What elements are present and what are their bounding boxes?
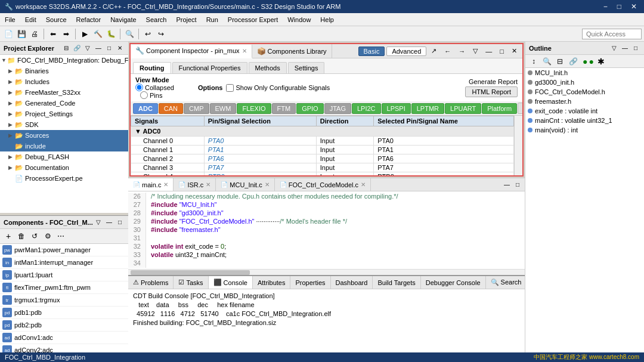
collapsed-radio[interactable] (135, 83, 143, 91)
collapse-all-button[interactable]: ⊟ (61, 44, 71, 53)
sig-tab-can[interactable]: CAN (159, 103, 183, 114)
pin-ch3[interactable]: PTA7 (204, 163, 316, 172)
outline-min[interactable]: — (620, 44, 630, 53)
outline-main-func[interactable]: main(void) : int (525, 125, 644, 135)
toolbar-print[interactable]: 🖨 (29, 28, 41, 40)
outline-maincnt[interactable]: mainCnt : volatile uint32_1 (525, 116, 644, 125)
comp-view-menu[interactable]: ▽ (94, 218, 103, 227)
comp-adconv2[interactable]: ad adConv2:adc (0, 344, 128, 352)
ci-lib-tab[interactable]: 📦 Components Library (252, 44, 332, 58)
ci-advanced-button[interactable]: Advanced (386, 47, 426, 56)
show-only-checkbox[interactable] (226, 84, 234, 92)
toolbar-undo[interactable]: ↩ (142, 28, 154, 40)
menu-run[interactable]: Run (202, 15, 223, 24)
comp-more-button[interactable]: ⋯ (55, 230, 67, 242)
toolbar-build[interactable]: 🔨 (92, 28, 104, 40)
comp-flextimer[interactable]: fl flexTimer_pwm1:ftm_pwm (0, 281, 128, 294)
toolbar-forward[interactable]: ➡ (60, 28, 72, 40)
editor-max[interactable]: □ (513, 180, 522, 190)
menu-processor-expert[interactable]: Processor Expert (223, 15, 283, 24)
console-tab-search[interactable]: 🔍 Search (486, 276, 525, 289)
tree-sdk[interactable]: ▶ 📂 SDK (0, 119, 128, 130)
sub-tab-routing[interactable]: Routing (133, 62, 171, 73)
console-tab-debugger-console[interactable]: Debugger Console (421, 276, 486, 289)
editor-tab-mcuinitc[interactable]: 📄 MCU_Init.c ✕ (216, 178, 274, 191)
comp-pwrman[interactable]: pw pwrMan1:power_manager (0, 244, 128, 256)
toolbar-back[interactable]: ⬅ (47, 28, 59, 40)
pe-close-button[interactable]: ✕ (115, 44, 125, 53)
sig-tab-adc[interactable]: ADC (133, 103, 158, 114)
codemodel-close[interactable]: ✕ (361, 181, 366, 188)
ci-tab-close[interactable]: ✕ (242, 48, 247, 54)
sig-tab-cmp[interactable]: CMP (184, 103, 209, 114)
tree-generated-code[interactable]: ▶ 📂 Generated_Code (0, 98, 128, 109)
tree-debug-flash[interactable]: ▶ 📂 Debug_FLASH (0, 151, 128, 162)
isrc-close[interactable]: ✕ (206, 181, 210, 188)
menu-file[interactable]: File (0, 15, 20, 24)
ci-close-button[interactable]: ✕ (509, 46, 520, 56)
comp-trgmux[interactable]: tr trgmux1:trgmux (0, 294, 128, 307)
close-button[interactable]: ✕ (628, 2, 639, 11)
menu-navigate[interactable]: Navigate (106, 15, 141, 24)
ci-maximize-button[interactable]: □ (497, 47, 507, 56)
comp-refresh-button[interactable]: ↺ (29, 230, 41, 242)
outline-mcu-init[interactable]: MCU_Init.h (525, 68, 644, 78)
menu-source[interactable]: Source (41, 15, 72, 24)
table-row[interactable]: Channel 0 PTA0 Input PTA0 (131, 137, 514, 146)
ci-minimize-button[interactable]: — (482, 47, 495, 56)
sub-tab-methods[interactable]: Methods (249, 62, 287, 73)
table-row[interactable]: Channel 2 PTA6 Input PTA6 (131, 154, 514, 163)
toolbar-search[interactable]: 🔍 (123, 28, 135, 40)
comp-remove-button[interactable]: 🗑 (16, 230, 27, 242)
sig-tab-lptmr[interactable]: LPTMR (411, 103, 444, 114)
outline-filter-button[interactable]: 🔍 (541, 55, 553, 67)
sig-tab-more[interactable]: ⇒ (518, 103, 522, 114)
minimize-button[interactable]: − (601, 2, 610, 11)
outline-view-menu[interactable]: ▽ (609, 44, 619, 53)
tree-freemaster[interactable]: ▶ 📂 FreeMaster_S32xx (0, 87, 128, 98)
console-tab-tasks[interactable]: ☑ Tasks (174, 276, 208, 289)
sub-tab-settings[interactable]: Settings (288, 62, 325, 73)
editor-tab-isrc[interactable]: 📄 ISR.c ✕ (174, 178, 216, 191)
html-report-button[interactable]: HTML Report (465, 86, 518, 97)
console-tab-dashboard[interactable]: Dashboard (331, 276, 373, 289)
pin-ch0[interactable]: PTA0 (204, 137, 316, 146)
editor-tab-codemodel[interactable]: 📄 FOC_Ctrl_CodeModel.c ✕ (275, 178, 371, 191)
tree-processor-expert-pe[interactable]: ▶ 📄 ProcessorExpert.pe (0, 173, 128, 184)
menu-refactor[interactable]: Refactor (72, 15, 106, 24)
sig-tab-ewm[interactable]: EWM (210, 103, 237, 114)
outline-sort-button[interactable]: ↕ (528, 55, 540, 67)
pe-view-menu-button[interactable]: ▽ (83, 44, 92, 53)
sig-tab-flexio[interactable]: FLEXIO (237, 103, 271, 114)
sig-tab-ftm[interactable]: FTM (272, 103, 296, 114)
quick-access-input[interactable] (582, 29, 642, 39)
console-tab-attributes[interactable]: Attributes (253, 276, 290, 289)
toolbar-save[interactable]: 💾 (16, 28, 27, 40)
tree-documentation[interactable]: ▶ 📂 Documentation (0, 162, 128, 173)
comp-settings-button[interactable]: ⚙ (42, 230, 54, 242)
sig-tab-jtag[interactable]: JTAG (324, 103, 351, 114)
mainc-close[interactable]: ✕ (163, 181, 168, 188)
pe-maximize-button[interactable]: □ (104, 44, 114, 53)
comp-minimize[interactable]: — (104, 218, 114, 227)
comp-add-button[interactable]: + (2, 230, 14, 242)
outline-codemodel[interactable]: FOC_Ctrl_CodeModel.h (525, 87, 644, 97)
ci-sync-button[interactable]: ↗ (428, 46, 439, 56)
comp-adconv1[interactable]: ad adConv1:adc (0, 332, 128, 344)
toolbar-redo[interactable]: ↪ (155, 28, 167, 40)
editor-min[interactable]: — (502, 180, 512, 190)
ci-back-button[interactable]: ← (441, 47, 454, 56)
tree-include[interactable]: ▶ 📂 include (0, 141, 128, 151)
outline-collapse-button[interactable]: ⊟ (554, 55, 566, 67)
console-tab-build-targets[interactable]: Build Targets (373, 276, 420, 289)
sub-tab-functional[interactable]: Functional Properties (172, 62, 247, 73)
toolbar-run[interactable]: ▶ (79, 28, 91, 40)
console-tab-console[interactable]: ⬛ Console (209, 276, 253, 289)
comp-pdb1[interactable]: pd pdb1:pdb (0, 307, 128, 319)
toolbar-debug[interactable]: 🐛 (105, 28, 117, 40)
menu-window[interactable]: Window (283, 15, 315, 24)
tree-includes[interactable]: ▶ 📂 Includes (0, 76, 128, 87)
tree-binaries[interactable]: ▶ 📂 Binaries (0, 66, 128, 76)
sig-tab-lpspi[interactable]: LPSPI (382, 103, 411, 114)
tree-project-settings[interactable]: ▶ 📂 Project_Settings (0, 109, 128, 119)
